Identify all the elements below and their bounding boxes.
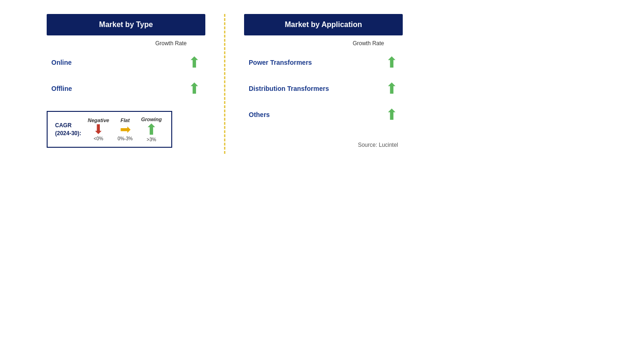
main-container: Market by Type Growth Rate Online ⬆ Offl… — [0, 0, 630, 168]
distribution-transformers-row: Distribution Transformers ⬆ — [244, 76, 403, 102]
legend-container: CAGR(2024-30): Negative ⬇ <0% Flat ➡ 0%-… — [47, 111, 205, 148]
growing-sub: >3% — [147, 137, 156, 142]
left-panel-header: Market by Type — [47, 14, 205, 35]
growing-arrow-up-icon: ⬆ — [145, 122, 158, 137]
offline-row: Offline ⬆ — [47, 76, 205, 102]
divider — [224, 14, 225, 154]
online-row: Online ⬆ — [47, 49, 205, 76]
right-panel-header: Market by Application — [244, 14, 403, 35]
distribution-transformers-label: Distribution Transformers — [249, 85, 329, 92]
left-panel: Market by Type Growth Rate Online ⬆ Offl… — [47, 14, 205, 148]
legend-growing: Growing ⬆ >3% — [141, 117, 162, 142]
right-growth-rate-label: Growth Rate — [244, 35, 403, 49]
power-transformers-label: Power Transformers — [249, 59, 312, 66]
cagr-label: CAGR(2024-30): — [55, 122, 81, 137]
right-panel: Market by Application Growth Rate Power … — [244, 14, 403, 148]
others-arrow-up-icon: ⬆ — [385, 107, 398, 122]
power-transformers-arrow-up-icon: ⬆ — [385, 55, 398, 70]
legend-box: CAGR(2024-30): Negative ⬇ <0% Flat ➡ 0%-… — [47, 111, 172, 148]
offline-label: Offline — [51, 85, 72, 92]
legend-negative: Negative ⬇ <0% — [88, 117, 109, 141]
offline-arrow-up-icon: ⬆ — [188, 81, 201, 96]
source-text: Source: Lucintel — [244, 142, 403, 148]
online-arrow-up-icon: ⬆ — [188, 55, 201, 70]
legend-flat: Flat ➡ 0%-3% — [118, 117, 133, 141]
flat-sub: 0%-3% — [118, 136, 133, 141]
flat-arrow-right-icon: ➡ — [120, 123, 131, 136]
negative-arrow-down-icon: ⬇ — [93, 123, 104, 136]
left-growth-rate-label: Growth Rate — [47, 35, 205, 49]
power-transformers-row: Power Transformers ⬆ — [244, 49, 403, 76]
negative-sub: <0% — [94, 136, 103, 141]
others-row: Others ⬆ — [244, 102, 403, 128]
distribution-transformers-arrow-up-icon: ⬆ — [385, 81, 398, 96]
online-label: Online — [51, 59, 72, 66]
others-label: Others — [249, 111, 270, 118]
